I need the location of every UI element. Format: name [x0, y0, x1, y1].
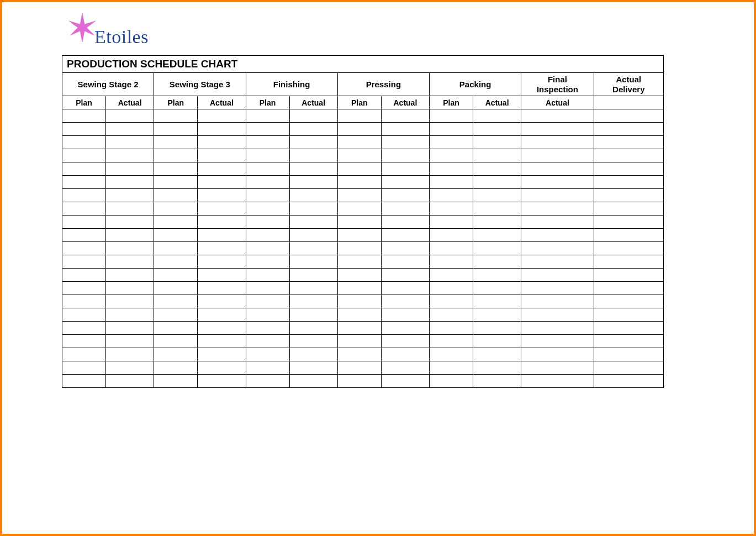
cell[interactable]	[337, 348, 381, 361]
cell[interactable]	[381, 322, 429, 335]
cell[interactable]	[521, 242, 594, 255]
cell[interactable]	[594, 162, 663, 176]
cell[interactable]	[430, 242, 473, 255]
cell[interactable]	[246, 269, 289, 282]
cell[interactable]	[430, 269, 473, 282]
cell[interactable]	[154, 176, 198, 189]
cell[interactable]	[154, 136, 198, 149]
cell[interactable]	[337, 375, 381, 388]
cell[interactable]	[521, 162, 594, 176]
cell[interactable]	[430, 136, 473, 149]
cell[interactable]	[62, 375, 106, 388]
cell[interactable]	[521, 375, 594, 388]
cell[interactable]	[337, 176, 381, 189]
cell[interactable]	[337, 109, 381, 123]
cell[interactable]	[289, 123, 337, 136]
cell[interactable]	[198, 189, 246, 202]
cell[interactable]	[381, 109, 429, 123]
cell[interactable]	[337, 322, 381, 335]
cell[interactable]	[62, 202, 106, 216]
cell[interactable]	[106, 216, 154, 229]
cell[interactable]	[521, 216, 594, 229]
cell[interactable]	[246, 162, 289, 176]
cell[interactable]	[198, 348, 246, 361]
cell[interactable]	[381, 269, 429, 282]
cell[interactable]	[198, 109, 246, 123]
cell[interactable]	[594, 322, 663, 335]
cell[interactable]	[337, 229, 381, 242]
cell[interactable]	[154, 255, 198, 269]
cell[interactable]	[381, 162, 429, 176]
cell[interactable]	[198, 295, 246, 308]
cell[interactable]	[381, 242, 429, 255]
cell[interactable]	[154, 282, 198, 295]
cell[interactable]	[381, 282, 429, 295]
cell[interactable]	[198, 308, 246, 322]
cell[interactable]	[473, 322, 521, 335]
cell[interactable]	[337, 308, 381, 322]
cell[interactable]	[594, 242, 663, 255]
cell[interactable]	[62, 176, 106, 189]
cell[interactable]	[594, 189, 663, 202]
cell[interactable]	[106, 255, 154, 269]
cell[interactable]	[106, 361, 154, 375]
cell[interactable]	[337, 242, 381, 255]
cell[interactable]	[246, 295, 289, 308]
cell[interactable]	[430, 202, 473, 216]
cell[interactable]	[62, 136, 106, 149]
cell[interactable]	[106, 348, 154, 361]
cell[interactable]	[62, 335, 106, 348]
cell[interactable]	[62, 149, 106, 162]
cell[interactable]	[154, 202, 198, 216]
cell[interactable]	[198, 242, 246, 255]
cell[interactable]	[62, 282, 106, 295]
cell[interactable]	[381, 361, 429, 375]
cell[interactable]	[106, 202, 154, 216]
cell[interactable]	[246, 255, 289, 269]
cell[interactable]	[381, 176, 429, 189]
cell[interactable]	[198, 375, 246, 388]
cell[interactable]	[337, 269, 381, 282]
cell[interactable]	[594, 229, 663, 242]
cell[interactable]	[106, 282, 154, 295]
cell[interactable]	[62, 216, 106, 229]
cell[interactable]	[521, 109, 594, 123]
cell[interactable]	[473, 295, 521, 308]
cell[interactable]	[198, 361, 246, 375]
cell[interactable]	[154, 189, 198, 202]
cell[interactable]	[337, 335, 381, 348]
cell[interactable]	[246, 189, 289, 202]
cell[interactable]	[594, 361, 663, 375]
cell[interactable]	[381, 335, 429, 348]
cell[interactable]	[246, 308, 289, 322]
cell[interactable]	[289, 295, 337, 308]
cell[interactable]	[198, 176, 246, 189]
cell[interactable]	[337, 216, 381, 229]
cell[interactable]	[337, 202, 381, 216]
cell[interactable]	[289, 282, 337, 295]
cell[interactable]	[246, 109, 289, 123]
cell[interactable]	[521, 269, 594, 282]
cell[interactable]	[594, 136, 663, 149]
cell[interactable]	[337, 149, 381, 162]
cell[interactable]	[106, 123, 154, 136]
cell[interactable]	[473, 149, 521, 162]
cell[interactable]	[62, 295, 106, 308]
cell[interactable]	[521, 335, 594, 348]
cell[interactable]	[594, 123, 663, 136]
cell[interactable]	[473, 109, 521, 123]
cell[interactable]	[521, 295, 594, 308]
cell[interactable]	[154, 149, 198, 162]
cell[interactable]	[430, 348, 473, 361]
cell[interactable]	[594, 176, 663, 189]
cell[interactable]	[62, 322, 106, 335]
cell[interactable]	[594, 282, 663, 295]
cell[interactable]	[430, 149, 473, 162]
cell[interactable]	[337, 295, 381, 308]
cell[interactable]	[430, 229, 473, 242]
cell[interactable]	[337, 361, 381, 375]
cell[interactable]	[594, 149, 663, 162]
cell[interactable]	[521, 361, 594, 375]
cell[interactable]	[473, 189, 521, 202]
cell[interactable]	[198, 269, 246, 282]
